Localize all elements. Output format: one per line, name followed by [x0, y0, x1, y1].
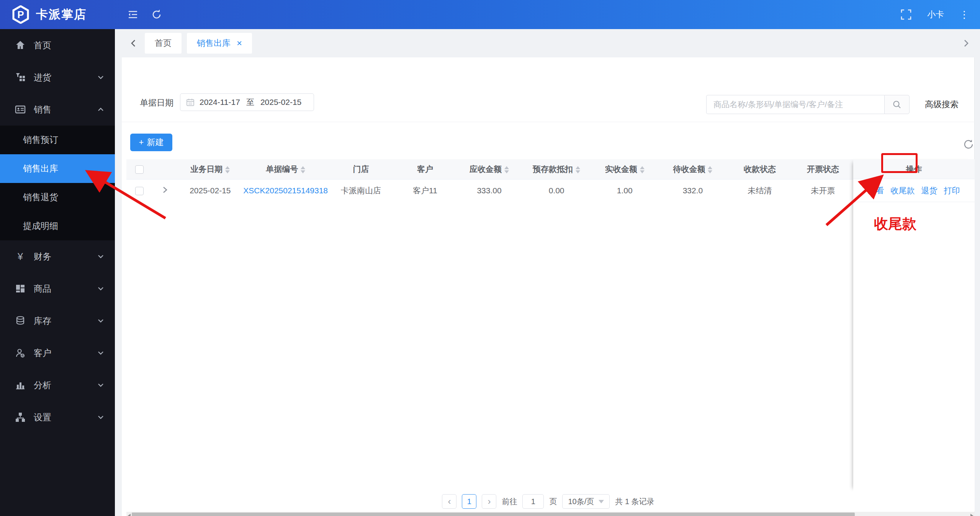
actions-fixed-column: 操作 查看 收尾款 退货 打印	[853, 159, 975, 492]
sidebar-item-finance[interactable]: ¥ 财务	[0, 240, 115, 273]
header-expand	[153, 159, 177, 179]
settings-icon	[15, 411, 26, 423]
sidebar-item-settings[interactable]: 设置	[0, 401, 115, 433]
header-receivable: 应收金额	[456, 159, 522, 179]
date-start-value: 2024-11-17	[200, 98, 240, 107]
sort-icon[interactable]	[708, 166, 712, 173]
calendar-icon	[186, 98, 195, 107]
select-all-checkbox[interactable]	[135, 165, 144, 174]
refund-link[interactable]: 退货	[921, 185, 937, 196]
scroll-left-arrow[interactable]	[128, 514, 131, 516]
cell-pending: 332.0	[659, 179, 727, 202]
total-records: 共 1 条记录	[615, 496, 654, 507]
header-pay-status: 收款状态	[727, 159, 793, 179]
goto-unit: 页	[549, 496, 557, 507]
sidebar-item-analysis[interactable]: 分析	[0, 369, 115, 401]
sort-icon[interactable]	[576, 166, 580, 173]
search-input[interactable]	[706, 95, 884, 114]
search-group	[706, 95, 910, 114]
tab-sales-outbound[interactable]: 销售出库 ×	[187, 33, 252, 54]
header-select-all	[126, 159, 153, 179]
header-prepaid: 预存款抵扣	[522, 159, 591, 179]
brand-logo-icon: P	[11, 5, 30, 24]
chevron-down-icon	[97, 284, 105, 293]
goto-page-input[interactable]	[522, 494, 544, 509]
search-icon	[892, 100, 902, 109]
collapse-menu-icon[interactable]	[127, 9, 139, 20]
new-button[interactable]: + 新建	[130, 134, 172, 151]
row-checkbox[interactable]	[135, 187, 144, 195]
sidebar-item-sales-return[interactable]: 销售退货	[0, 183, 115, 212]
scroll-right-arrow[interactable]	[970, 514, 973, 516]
chevron-down-icon	[97, 381, 105, 389]
header-received: 实收金额	[591, 159, 659, 179]
cell-customer: 客户11	[394, 179, 456, 202]
topbar-right: 小卡 ⋮	[900, 9, 980, 20]
print-link[interactable]: 打印	[944, 185, 960, 196]
header-pending: 待收金额	[659, 159, 727, 179]
table-row: 2025-02-15 XSCK20250215149318 卡派南山店 客户11…	[126, 179, 853, 202]
topbar: P 卡派掌店 小卡 ⋮	[0, 0, 980, 29]
sidebar: 首页 进货 销售	[0, 29, 115, 516]
chevron-up-icon	[97, 105, 105, 114]
sidebar-item-sales[interactable]: 销售	[0, 93, 115, 126]
page-size-select[interactable]: 10条/页	[562, 494, 610, 509]
sort-icon[interactable]	[301, 166, 305, 173]
sales-submenu: 销售预订 销售出库 销售退货 提成明细	[0, 126, 115, 240]
sidebar-item-purchase[interactable]: 进货	[0, 61, 115, 93]
chevron-down-icon	[97, 73, 105, 82]
view-link[interactable]: 查看	[868, 185, 884, 196]
advanced-search-link[interactable]: 高级搜索	[925, 99, 959, 110]
chevron-down-icon	[97, 349, 105, 357]
sidebar-item-sales-outbound[interactable]: 销售出库	[0, 154, 115, 183]
sidebar-item-customer[interactable]: 客户	[0, 337, 115, 369]
page-card: 单据日期 2024-11-17 至 2025-02-15 高级搜索	[122, 57, 975, 516]
more-menu-icon[interactable]: ⋮	[959, 10, 969, 20]
sort-icon[interactable]	[504, 166, 509, 173]
svg-text:P: P	[17, 9, 24, 20]
horizontal-scrollbar	[126, 512, 975, 516]
sort-icon[interactable]	[640, 166, 645, 173]
search-button[interactable]	[884, 95, 910, 114]
caret-down-icon	[599, 500, 604, 503]
cell-date: 2025-02-15	[177, 179, 243, 202]
refresh-icon[interactable]	[151, 9, 162, 20]
header-store: 门店	[328, 159, 394, 179]
plus-icon: +	[139, 137, 144, 147]
doc-no-link[interactable]: XSCK20250215149318	[243, 186, 328, 195]
tabs-scroll-right-icon[interactable]	[960, 38, 972, 49]
sidebar-item-goods[interactable]: 商品	[0, 273, 115, 305]
sidebar-item-inventory[interactable]: 库存	[0, 305, 115, 337]
tab-close-icon[interactable]: ×	[237, 33, 242, 54]
analysis-icon	[15, 379, 26, 391]
finance-icon: ¥	[15, 251, 26, 262]
tabbar: 首页 销售出库 ×	[115, 29, 980, 57]
prev-page-button[interactable]: ‹	[442, 494, 456, 509]
page-number-button[interactable]: 1	[462, 494, 476, 509]
purchase-icon	[15, 72, 26, 83]
chevron-down-icon	[97, 317, 105, 325]
scrollbar-thumb[interactable]	[132, 513, 855, 516]
customer-icon	[15, 347, 26, 359]
collect-balance-link[interactable]: 收尾款	[891, 185, 915, 196]
tab-home[interactable]: 首页	[145, 33, 182, 54]
inventory-icon	[15, 315, 26, 327]
goods-icon	[15, 283, 26, 294]
header-invoice-status: 开票状态	[793, 159, 853, 179]
sort-icon[interactable]	[225, 166, 230, 173]
chevron-down-icon	[97, 413, 105, 421]
sidebar-item-sales-reserve[interactable]: 销售预订	[0, 126, 115, 154]
pagination: ‹ 1 › 前往 页 10条/页 共 1 条记录	[122, 492, 975, 511]
next-page-button[interactable]: ›	[482, 494, 496, 509]
sidebar-item-home[interactable]: 首页	[0, 29, 115, 61]
sales-icon	[15, 104, 26, 115]
row-expand-icon[interactable]	[160, 186, 169, 194]
row-actions: 查看 收尾款 退货 打印	[853, 179, 975, 202]
sidebar-item-commission-detail[interactable]: 提成明细	[0, 212, 115, 240]
table-refresh-icon[interactable]	[963, 139, 974, 150]
date-range-input[interactable]: 2024-11-17 至 2025-02-15	[180, 93, 314, 111]
fullscreen-icon[interactable]	[900, 9, 912, 20]
user-name[interactable]: 小卡	[927, 9, 944, 20]
cell-receivable: 333.00	[456, 179, 522, 202]
tabs-scroll-left-icon[interactable]	[128, 38, 139, 49]
